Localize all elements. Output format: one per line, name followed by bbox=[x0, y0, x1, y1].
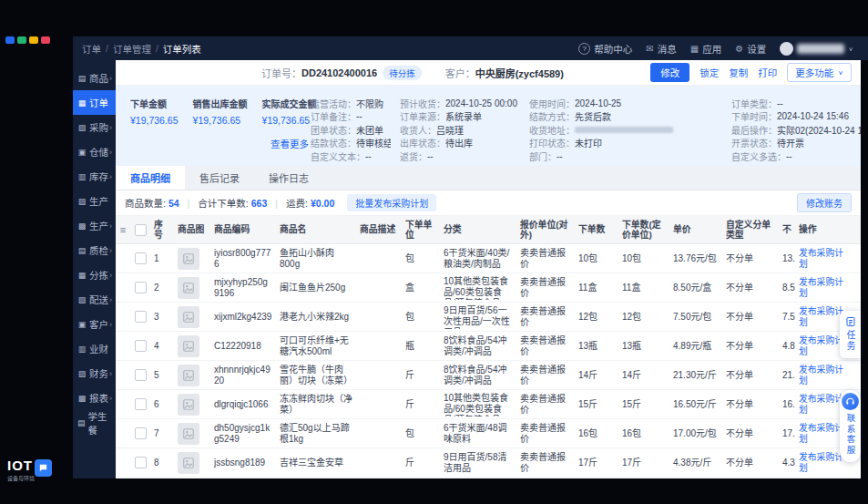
help-center-button[interactable]: ? 帮助中心 bbox=[578, 42, 632, 56]
cell-seq: 3 bbox=[150, 303, 174, 331]
cell-drag bbox=[116, 448, 130, 477]
cell-qty: 15斤 bbox=[575, 390, 618, 418]
view-more-link[interactable]: 查看更多 bbox=[271, 137, 309, 150]
image-placeholder-icon[interactable] bbox=[178, 394, 199, 416]
more-actions-button[interactable]: 更多功能 ∨ bbox=[787, 63, 852, 82]
breadcrumb-item[interactable]: 订单管理 bbox=[113, 42, 151, 56]
summary-field: 出库状态：待出库 bbox=[400, 137, 520, 150]
cell-drag bbox=[116, 303, 130, 331]
logo-dot bbox=[41, 36, 50, 44]
tab-操作日志[interactable]: 操作日志 bbox=[254, 166, 323, 190]
sidebar-item-仓储[interactable]: ▣仓储› bbox=[73, 139, 116, 164]
column-settings-icon[interactable]: ≡ bbox=[120, 224, 126, 236]
iot-subtitle: 设备与环境 bbox=[7, 474, 35, 482]
row-checkbox[interactable] bbox=[135, 252, 147, 264]
column-header: 分类 bbox=[440, 216, 516, 243]
chat-bubble-icon[interactable] bbox=[35, 459, 52, 477]
field-value: 吕晓瑾 bbox=[436, 123, 464, 137]
menu-icon: ▧ bbox=[77, 123, 87, 132]
cell-product-name: 可口可乐纤维+无糖汽水500ml bbox=[276, 332, 356, 360]
field-label: 自定义文本： bbox=[311, 149, 365, 163]
sidebar-item-采购[interactable]: ▧采购› bbox=[73, 115, 116, 139]
image-placeholder-icon[interactable] bbox=[178, 306, 199, 328]
amount-label: 销售出库金额 bbox=[193, 97, 248, 110]
sidebar-item-订单[interactable]: ▦订单 bbox=[73, 90, 116, 115]
row-checkbox[interactable] bbox=[135, 457, 147, 468]
edit-billing-button[interactable]: 修改账务 bbox=[797, 193, 852, 212]
summary-field: 订单来源：系统录单 bbox=[400, 110, 520, 124]
row-checkbox[interactable] bbox=[135, 398, 147, 410]
settings-button[interactable]: ⚙ 设置 bbox=[735, 42, 766, 56]
cell-product-image bbox=[174, 273, 210, 302]
edit-button[interactable]: 修改 bbox=[650, 63, 689, 82]
sidebar-item-label: 商品 bbox=[89, 71, 108, 85]
cell-checkbox bbox=[130, 361, 150, 389]
sidebar-item-业财[interactable]: ▥业财 bbox=[73, 336, 116, 361]
more-actions-label: 更多功能 bbox=[795, 66, 833, 79]
select-all-checkbox[interactable] bbox=[135, 224, 147, 236]
cell-drag bbox=[116, 361, 130, 389]
column-header: 商品名 bbox=[276, 216, 356, 243]
cell-order-unit: 盒 bbox=[402, 273, 440, 302]
sidebar-item-生产[interactable]: ▨生产 bbox=[73, 189, 116, 213]
publish-purchase-plan-link[interactable]: 发布采购计划 bbox=[799, 452, 846, 474]
cell-product-name: 雪花牛腩（牛肉丽）切块（冻菜） bbox=[276, 361, 356, 389]
menu-icon: ▥ bbox=[77, 172, 87, 181]
tab-售后记录[interactable]: 售后记录 bbox=[185, 166, 254, 190]
cell-category: 6干货米面/48调味原料 bbox=[440, 419, 516, 447]
sidebar-item-学生餐[interactable]: ▤学生餐 bbox=[73, 410, 116, 435]
batch-publish-button[interactable]: 批量发布采购计划 bbox=[347, 194, 436, 211]
copy-button[interactable]: 复制 bbox=[729, 66, 748, 79]
breadcrumb-item[interactable]: 订单 bbox=[82, 42, 101, 56]
publish-purchase-plan-link[interactable]: 发布采购计划 bbox=[799, 277, 846, 299]
cell-quote-type: 卖卖普通报价 bbox=[516, 448, 575, 477]
summary-field: 最后操作：实际02(2024-10-24 16:01) bbox=[731, 123, 861, 137]
task-widget[interactable]: 任务 bbox=[840, 311, 861, 358]
publish-purchase-plan-link[interactable]: 发布采购计划 bbox=[799, 248, 846, 270]
image-placeholder-icon[interactable] bbox=[178, 423, 199, 445]
field-value: 未打印 bbox=[575, 137, 602, 150]
row-checkbox[interactable] bbox=[135, 311, 147, 323]
sidebar-item-质检[interactable]: ▤质检› bbox=[73, 238, 116, 262]
cell-quote-type: 卖卖普通报价 bbox=[516, 390, 575, 418]
main-content: 订单号： DD24102400016 待分拣 客户： 中央厨房(zycf4589… bbox=[116, 60, 861, 478]
category-text: 10其他类包装食品/60类包装食品/预包装食品 bbox=[444, 276, 513, 300]
sidebar-item-label: 仓储 bbox=[89, 145, 108, 159]
image-placeholder-icon[interactable] bbox=[178, 335, 199, 357]
image-placeholder-icon[interactable] bbox=[178, 277, 199, 299]
sidebar-item-库存[interactable]: ▥库存› bbox=[73, 164, 116, 189]
image-placeholder-icon[interactable] bbox=[178, 365, 199, 386]
detail-tabs: 商品明细售后记录操作日志 bbox=[116, 166, 861, 190]
cell-quote-type: 卖卖普通报价 bbox=[516, 273, 575, 302]
row-checkbox[interactable] bbox=[135, 282, 147, 293]
cell-clipped-value: 14. bbox=[779, 478, 795, 478]
sidebar-item-财务[interactable]: ▨财务› bbox=[73, 361, 116, 386]
row-checkbox[interactable] bbox=[135, 340, 147, 352]
publish-purchase-plan-link[interactable]: 发布采购计划 bbox=[799, 365, 846, 386]
sidebar-item-配送[interactable]: ▧配送› bbox=[73, 287, 116, 312]
image-placeholder-icon[interactable] bbox=[178, 452, 199, 474]
row-checkbox[interactable] bbox=[135, 427, 147, 439]
print-button[interactable]: 打印 bbox=[758, 66, 777, 79]
column-header: 报价单位(对外) bbox=[516, 216, 575, 243]
summary-field: 预计收货：2024-10-25 00:00 bbox=[400, 97, 520, 110]
lock-button[interactable]: 锁定 bbox=[700, 66, 719, 79]
sidebar-item-报表[interactable]: ▩报表› bbox=[73, 386, 116, 410]
row-checkbox[interactable] bbox=[135, 369, 147, 381]
customer-service-widget[interactable]: 联系客服 bbox=[840, 390, 861, 462]
cell-clipped-value: 8.5 bbox=[779, 273, 795, 302]
tab-商品明细[interactable]: 商品明细 bbox=[116, 166, 185, 190]
summary-field: 团单状态：未团单 bbox=[311, 123, 391, 137]
image-placeholder-icon[interactable] bbox=[178, 248, 199, 270]
sidebar-item-生产[interactable]: ▩生产› bbox=[73, 213, 116, 238]
apps-button[interactable]: ▦ 应用 bbox=[690, 42, 721, 56]
sidebar-item-分拣[interactable]: ▦分拣› bbox=[73, 262, 116, 287]
category-text: 8饮料食品/54冲调类/冲调品 bbox=[444, 365, 513, 386]
messages-button[interactable]: ✉ 消息 bbox=[646, 42, 676, 56]
cell-clipped-value: 13. bbox=[779, 244, 795, 273]
sidebar-item-label: 生产 bbox=[89, 194, 108, 208]
sidebar-item-客户[interactable]: ▣客户› bbox=[73, 312, 116, 336]
menu-icon: ▣ bbox=[77, 148, 87, 157]
sidebar-item-商品[interactable]: ▤商品› bbox=[73, 66, 116, 90]
user-menu[interactable]: ∨ bbox=[780, 42, 853, 56]
